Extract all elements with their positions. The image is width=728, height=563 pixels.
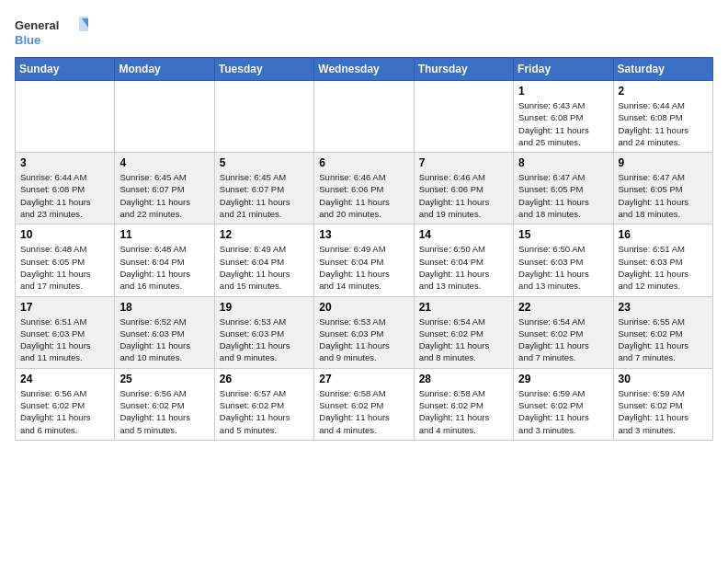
- calendar-header-row: SundayMondayTuesdayWednesdayThursdayFrid…: [16, 58, 713, 81]
- day-info: Sunrise: 6:49 AMSunset: 6:04 PMDaylight:…: [319, 243, 408, 292]
- calendar-week-row: 1Sunrise: 6:43 AMSunset: 6:08 PMDaylight…: [16, 81, 713, 153]
- day-info: Sunrise: 6:47 AMSunset: 6:05 PMDaylight:…: [619, 171, 708, 220]
- day-number: 20: [319, 301, 408, 314]
- day-number: 5: [220, 156, 309, 169]
- day-info: Sunrise: 6:58 AMSunset: 6:02 PMDaylight:…: [419, 387, 508, 436]
- day-number: 8: [518, 156, 608, 169]
- day-number: 16: [619, 228, 708, 241]
- calendar-week-row: 3Sunrise: 6:44 AMSunset: 6:08 PMDaylight…: [16, 153, 713, 224]
- day-info: Sunrise: 6:45 AMSunset: 6:07 PMDaylight:…: [119, 171, 209, 220]
- day-number: 11: [119, 228, 209, 241]
- day-info: Sunrise: 6:57 AMSunset: 6:02 PMDaylight:…: [220, 387, 309, 436]
- day-info: Sunrise: 6:46 AMSunset: 6:06 PMDaylight:…: [419, 171, 508, 220]
- day-number: 27: [319, 373, 408, 385]
- day-number: 23: [619, 301, 708, 314]
- day-number: 13: [319, 228, 408, 241]
- day-number: 14: [419, 228, 508, 241]
- calendar-day-5: 5Sunrise: 6:45 AMSunset: 6:07 PMDaylight…: [214, 153, 313, 224]
- calendar-day-28: 28Sunrise: 6:58 AMSunset: 6:02 PMDayligh…: [414, 368, 513, 440]
- calendar-day-11: 11Sunrise: 6:48 AMSunset: 6:04 PMDayligh…: [115, 224, 214, 296]
- day-info: Sunrise: 6:48 AMSunset: 6:05 PMDaylight:…: [20, 243, 109, 292]
- day-info: Sunrise: 6:59 AMSunset: 6:02 PMDaylight:…: [619, 387, 708, 436]
- calendar-day-17: 17Sunrise: 6:51 AMSunset: 6:03 PMDayligh…: [16, 296, 115, 368]
- calendar-day-3: 3Sunrise: 6:44 AMSunset: 6:08 PMDaylight…: [16, 153, 115, 224]
- day-number: 21: [419, 301, 508, 314]
- calendar-day-12: 12Sunrise: 6:49 AMSunset: 6:04 PMDayligh…: [214, 224, 313, 296]
- calendar-day-26: 26Sunrise: 6:57 AMSunset: 6:02 PMDayligh…: [214, 368, 313, 440]
- calendar-header-saturday: Saturday: [613, 58, 712, 81]
- calendar-header-tuesday: Tuesday: [214, 58, 313, 81]
- logo: General Blue: [15, 15, 88, 52]
- calendar-day-22: 22Sunrise: 6:54 AMSunset: 6:02 PMDayligh…: [514, 296, 613, 368]
- day-number: 26: [220, 373, 309, 385]
- calendar-day-16: 16Sunrise: 6:51 AMSunset: 6:03 PMDayligh…: [613, 224, 712, 296]
- day-info: Sunrise: 6:58 AMSunset: 6:02 PMDaylight:…: [319, 387, 408, 436]
- calendar-header-wednesday: Wednesday: [314, 58, 414, 81]
- calendar-day-6: 6Sunrise: 6:46 AMSunset: 6:06 PMDaylight…: [314, 153, 414, 224]
- day-info: Sunrise: 6:54 AMSunset: 6:02 PMDaylight:…: [419, 316, 508, 364]
- day-number: 30: [619, 373, 708, 385]
- day-info: Sunrise: 6:59 AMSunset: 6:02 PMDaylight:…: [518, 387, 608, 436]
- calendar-day-20: 20Sunrise: 6:53 AMSunset: 6:03 PMDayligh…: [314, 296, 414, 368]
- day-info: Sunrise: 6:53 AMSunset: 6:03 PMDaylight:…: [220, 316, 309, 364]
- calendar-empty-cell: [115, 81, 214, 153]
- day-info: Sunrise: 6:45 AMSunset: 6:07 PMDaylight:…: [220, 171, 309, 220]
- calendar-day-18: 18Sunrise: 6:52 AMSunset: 6:03 PMDayligh…: [115, 296, 214, 368]
- day-info: Sunrise: 6:50 AMSunset: 6:04 PMDaylight:…: [419, 243, 508, 292]
- day-number: 28: [419, 373, 508, 385]
- calendar-header-thursday: Thursday: [414, 58, 513, 81]
- day-info: Sunrise: 6:52 AMSunset: 6:03 PMDaylight:…: [119, 316, 209, 364]
- day-info: Sunrise: 6:55 AMSunset: 6:02 PMDaylight:…: [619, 316, 708, 364]
- calendar-day-2: 2Sunrise: 6:44 AMSunset: 6:08 PMDaylight…: [613, 81, 712, 153]
- calendar-day-30: 30Sunrise: 6:59 AMSunset: 6:02 PMDayligh…: [613, 368, 712, 440]
- day-number: 22: [518, 301, 608, 314]
- svg-text:Blue: Blue: [15, 33, 40, 47]
- calendar-day-21: 21Sunrise: 6:54 AMSunset: 6:02 PMDayligh…: [414, 296, 513, 368]
- calendar-day-14: 14Sunrise: 6:50 AMSunset: 6:04 PMDayligh…: [414, 224, 513, 296]
- day-number: 4: [119, 156, 209, 169]
- day-number: 18: [119, 301, 209, 314]
- day-info: Sunrise: 6:50 AMSunset: 6:03 PMDaylight:…: [518, 243, 608, 292]
- day-info: Sunrise: 6:53 AMSunset: 6:03 PMDaylight:…: [319, 316, 408, 364]
- calendar-day-25: 25Sunrise: 6:56 AMSunset: 6:02 PMDayligh…: [115, 368, 214, 440]
- day-number: 12: [220, 228, 309, 241]
- day-info: Sunrise: 6:56 AMSunset: 6:02 PMDaylight:…: [20, 387, 109, 436]
- day-number: 6: [319, 156, 408, 169]
- day-number: 19: [220, 301, 309, 314]
- calendar: SundayMondayTuesdayWednesdayThursdayFrid…: [15, 57, 713, 441]
- calendar-week-row: 24Sunrise: 6:56 AMSunset: 6:02 PMDayligh…: [16, 368, 713, 440]
- day-number: 10: [20, 228, 109, 241]
- calendar-week-row: 10Sunrise: 6:48 AMSunset: 6:05 PMDayligh…: [16, 224, 713, 296]
- svg-text:General: General: [15, 18, 59, 32]
- calendar-day-27: 27Sunrise: 6:58 AMSunset: 6:02 PMDayligh…: [314, 368, 414, 440]
- day-number: 15: [518, 228, 608, 241]
- calendar-empty-cell: [214, 81, 313, 153]
- day-info: Sunrise: 6:54 AMSunset: 6:02 PMDaylight:…: [518, 316, 608, 364]
- calendar-empty-cell: [414, 81, 513, 153]
- day-info: Sunrise: 6:43 AMSunset: 6:08 PMDaylight:…: [518, 99, 608, 148]
- calendar-day-10: 10Sunrise: 6:48 AMSunset: 6:05 PMDayligh…: [16, 224, 115, 296]
- calendar-empty-cell: [16, 81, 115, 153]
- day-info: Sunrise: 6:46 AMSunset: 6:06 PMDaylight:…: [319, 171, 408, 220]
- day-number: 17: [20, 301, 109, 314]
- calendar-day-23: 23Sunrise: 6:55 AMSunset: 6:02 PMDayligh…: [613, 296, 712, 368]
- day-info: Sunrise: 6:48 AMSunset: 6:04 PMDaylight:…: [119, 243, 209, 292]
- day-number: 9: [619, 156, 708, 169]
- calendar-day-4: 4Sunrise: 6:45 AMSunset: 6:07 PMDaylight…: [115, 153, 214, 224]
- day-info: Sunrise: 6:44 AMSunset: 6:08 PMDaylight:…: [20, 171, 109, 220]
- calendar-header-friday: Friday: [514, 58, 613, 81]
- day-number: 2: [619, 85, 708, 98]
- day-number: 29: [518, 373, 608, 385]
- day-info: Sunrise: 6:47 AMSunset: 6:05 PMDaylight:…: [518, 171, 608, 220]
- day-info: Sunrise: 6:56 AMSunset: 6:02 PMDaylight:…: [119, 387, 209, 436]
- calendar-day-24: 24Sunrise: 6:56 AMSunset: 6:02 PMDayligh…: [16, 368, 115, 440]
- day-info: Sunrise: 6:51 AMSunset: 6:03 PMDaylight:…: [20, 316, 109, 364]
- calendar-day-15: 15Sunrise: 6:50 AMSunset: 6:03 PMDayligh…: [514, 224, 613, 296]
- calendar-empty-cell: [314, 81, 414, 153]
- day-number: 3: [20, 156, 109, 169]
- calendar-day-9: 9Sunrise: 6:47 AMSunset: 6:05 PMDaylight…: [613, 153, 712, 224]
- day-info: Sunrise: 6:49 AMSunset: 6:04 PMDaylight:…: [220, 243, 309, 292]
- calendar-day-19: 19Sunrise: 6:53 AMSunset: 6:03 PMDayligh…: [214, 296, 313, 368]
- calendar-week-row: 17Sunrise: 6:51 AMSunset: 6:03 PMDayligh…: [16, 296, 713, 368]
- day-number: 1: [518, 85, 608, 98]
